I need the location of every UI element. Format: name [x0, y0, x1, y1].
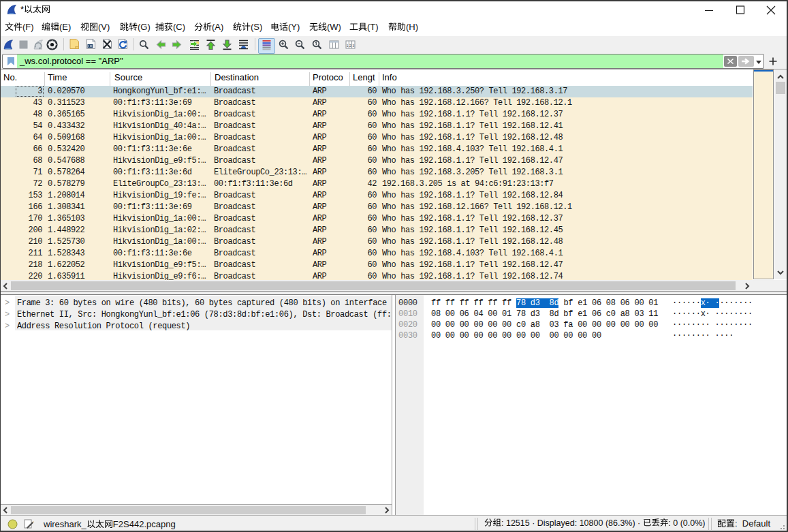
- svg-text:3: 3: [352, 44, 354, 48]
- svg-text:1: 1: [347, 44, 349, 48]
- svg-text:2: 2: [349, 44, 351, 48]
